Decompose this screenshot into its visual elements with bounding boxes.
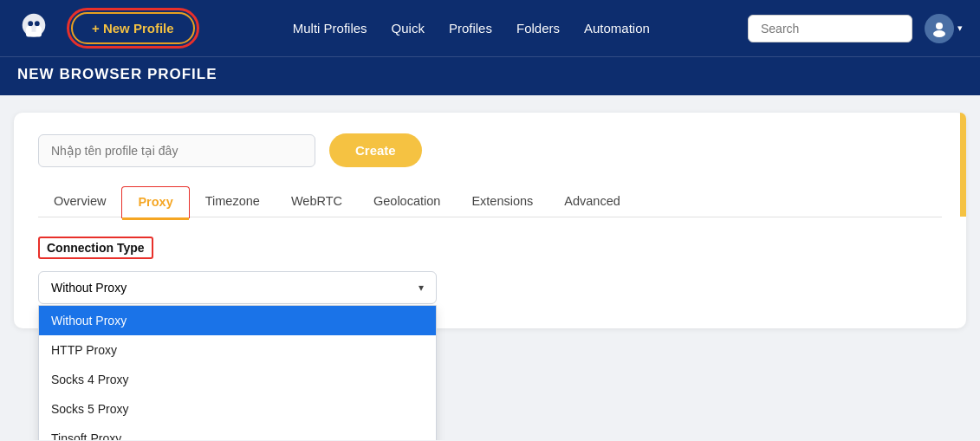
dropdown-selected-value: Without Proxy: [51, 281, 127, 295]
dropdown-list: Without Proxy HTTP Proxy Socks 4 Proxy S…: [38, 305, 437, 440]
connection-type-dropdown[interactable]: Without Proxy ▾: [38, 271, 437, 304]
profile-name-input[interactable]: [38, 134, 315, 167]
dropdown-option-tinsoft-proxy[interactable]: Tinsoft Proxy: [39, 424, 436, 440]
avatar: [925, 14, 954, 43]
tab-extensions[interactable]: Extensions: [456, 186, 548, 217]
svg-point-5: [35, 21, 40, 26]
tab-overview[interactable]: Overview: [38, 186, 121, 217]
tab-proxy[interactable]: Proxy: [121, 186, 189, 218]
connection-type-label: Connection Type: [38, 237, 153, 259]
header-right: ▾: [748, 14, 963, 43]
header-nav: Multi Profiles Quick Profiles Folders Au…: [216, 21, 727, 36]
tab-advanced[interactable]: Advanced: [548, 186, 636, 217]
nav-item-quick[interactable]: Quick: [392, 21, 425, 36]
tab-timezone[interactable]: Timezone: [190, 186, 276, 217]
tabs: Overview Proxy Timezone WebRTC Geolocati…: [38, 186, 942, 217]
profile-card: Create Overview Proxy Timezone WebRTC Ge…: [14, 113, 966, 328]
dropdown-option-http-proxy[interactable]: HTTP Proxy: [39, 335, 436, 365]
main-content: Create Overview Proxy Timezone WebRTC Ge…: [0, 95, 980, 440]
nav-item-automation[interactable]: Automation: [584, 21, 650, 36]
dropdown-option-socks5-proxy[interactable]: Socks 5 Proxy: [39, 394, 436, 424]
nav-item-folders[interactable]: Folders: [516, 21, 560, 36]
search-input[interactable]: [748, 15, 912, 42]
tab-webrtc[interactable]: WebRTC: [276, 186, 358, 217]
chevron-down-icon: ▾: [419, 282, 424, 294]
svg-point-4: [28, 21, 33, 26]
user-avatar-button[interactable]: ▾: [925, 14, 963, 43]
create-button[interactable]: Create: [329, 133, 422, 167]
logo: [17, 10, 50, 47]
connection-type-section: Connection Type Without Proxy ▾ Without …: [38, 237, 942, 304]
accent-bar: [960, 113, 966, 217]
page-title: NEW BROWSER PROFILE: [17, 66, 217, 82]
header: + New Profile Multi Profiles Quick Profi…: [0, 0, 980, 56]
svg-rect-3: [26, 31, 42, 36]
nav-item-multi-profiles[interactable]: Multi Profiles: [293, 21, 367, 36]
svg-point-6: [936, 23, 943, 29]
dropdown-wrapper: Without Proxy ▾ Without Proxy HTTP Proxy…: [38, 271, 437, 304]
profile-name-row: Create: [38, 133, 942, 167]
chevron-down-icon: ▾: [957, 23, 963, 34]
new-profile-button[interactable]: + New Profile: [71, 12, 195, 44]
nav-item-profiles[interactable]: Profiles: [449, 21, 492, 36]
page-title-bar: NEW BROWSER PROFILE: [0, 56, 980, 95]
svg-point-7: [933, 30, 945, 37]
dropdown-option-socks4-proxy[interactable]: Socks 4 Proxy: [39, 365, 436, 394]
dropdown-option-without-proxy[interactable]: Without Proxy: [39, 306, 436, 335]
tab-geolocation[interactable]: Geolocation: [358, 186, 456, 217]
